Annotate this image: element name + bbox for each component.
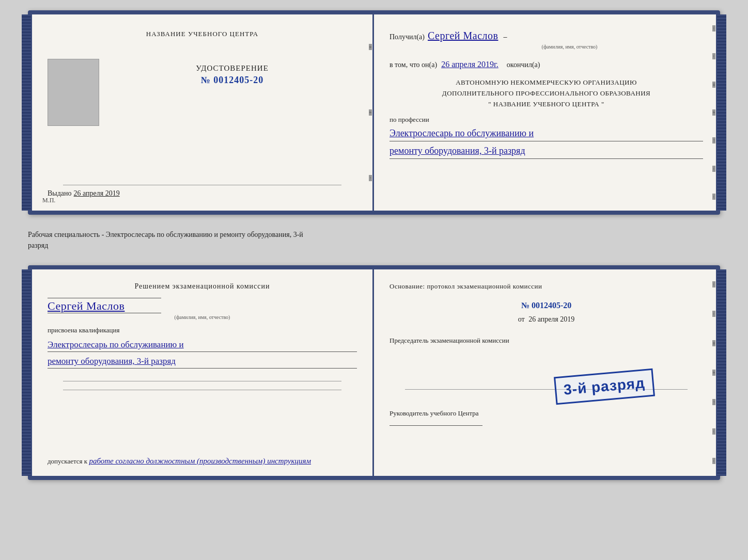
qualification-line1: Электрослесарь по обслуживанию и bbox=[48, 338, 357, 351]
edge-mark: а bbox=[369, 109, 372, 116]
vtom-row: в том, что он(а) 26 апреля 2019г. окончи… bbox=[389, 60, 703, 69]
org-name-top: НАЗВАНИЕ УЧЕБНОГО ЦЕНТРА bbox=[146, 30, 258, 38]
osnovanie-title: Основание: протокол экзаменационной коми… bbox=[389, 282, 703, 291]
dopuskaetsya-value: работе согласно должностным (производств… bbox=[89, 457, 311, 465]
org-line1: АВТОНОМНУЮ НЕКОММЕРЧЕСКУЮ ОРГАНИЗАЦИЮ bbox=[389, 77, 703, 88]
edge-mark: – bbox=[712, 166, 715, 172]
ot-label: от bbox=[518, 315, 525, 323]
org-line2: ДОПОЛНИТЕЛЬНОГО ПРОФЕССИОНАЛЬНОГО ОБРАЗО… bbox=[389, 88, 703, 99]
stamp: 3-й разряд bbox=[554, 369, 655, 405]
name-handwritten: Сергей Маслов bbox=[48, 299, 124, 312]
recipient-name: Сергей Маслов bbox=[428, 30, 498, 42]
edge-marks-right: – – и а ← – – bbox=[712, 14, 716, 211]
edge-mark: ← bbox=[712, 399, 715, 405]
profession-line1: Электрослесарь по обслуживанию и bbox=[389, 126, 703, 141]
page-right-1: Получил(а) Сергей Маслов – (фамилия, имя… bbox=[374, 14, 716, 211]
rukovoditel-block: Руководитель учебного Центра bbox=[389, 409, 703, 426]
vydano-date: 26 апреля 2019 bbox=[74, 189, 120, 198]
stamp-text: 3-й разряд bbox=[563, 375, 646, 398]
edge-mark: – bbox=[712, 458, 715, 464]
ot-line: от 26 апреля 2019 bbox=[389, 315, 703, 324]
ot-date: 26 апреля 2019 bbox=[528, 315, 574, 323]
name-block: Сергей Маслов (фамилия, имя, отчество) bbox=[48, 298, 357, 320]
edge-mark: а bbox=[712, 109, 715, 116]
photo-placeholder bbox=[48, 59, 99, 126]
dopuskaetsya-block: допускается к работе согласно должностны… bbox=[48, 457, 357, 466]
vtom-date: 26 апреля 2019г. bbox=[441, 60, 498, 69]
edge-mark: – bbox=[712, 281, 715, 287]
po-professii-label: по профессии bbox=[389, 116, 703, 124]
edge-mark: ← bbox=[369, 175, 372, 181]
edge-mark: а bbox=[712, 370, 715, 376]
page-left-2: Решением экзаменационной комиссии Сергей… bbox=[32, 269, 374, 476]
vydano-row: Выдано 26 апреля 2019 bbox=[48, 189, 357, 198]
fio-subtitle-2: (фамилия, имя, отчество) bbox=[48, 314, 357, 320]
edge-mark: – bbox=[712, 53, 715, 59]
page-right-2: Основание: протокол экзаменационной коми… bbox=[374, 269, 716, 476]
udostoverenie-title: УДОСТОВЕРЕНИЕ bbox=[196, 64, 269, 73]
org-block: АВТОНОМНУЮ НЕКОММЕРЧЕСКУЮ ОРГАНИЗАЦИЮ ДО… bbox=[389, 77, 703, 109]
prisvoena-label: присвоена квалификация bbox=[48, 326, 357, 334]
rukovoditel-label: Руководитель учебного Центра bbox=[389, 409, 479, 417]
edge-mark: – bbox=[712, 194, 715, 200]
qualification-line2: ремонту оборудования, 3-й разряд bbox=[48, 354, 357, 368]
dash: – bbox=[503, 33, 507, 41]
vtom-label: в том, что он(а) bbox=[389, 61, 437, 69]
predsedatel-block: Председатель экзаменационной комиссии bbox=[389, 337, 703, 345]
predsedatel-label: Председатель экзаменационной комиссии bbox=[389, 337, 509, 344]
edge-mark: – bbox=[712, 25, 715, 31]
edge-mark: ← bbox=[712, 137, 715, 143]
edge-mark: – bbox=[712, 428, 715, 435]
edge-mark: – bbox=[712, 311, 715, 317]
poluchil-label: Получил(а) bbox=[389, 33, 425, 41]
document-card-2: Решением экзаменационной комиссии Сергей… bbox=[28, 265, 720, 480]
page-left-1: НАЗВАНИЕ УЧЕБНОГО ЦЕНТРА УДОСТОВЕРЕНИЕ №… bbox=[32, 14, 374, 211]
edge-mark: и bbox=[712, 82, 715, 88]
separator-line2: разряд bbox=[28, 242, 48, 249]
udostoverenie-number: № 0012405-20 bbox=[201, 75, 264, 86]
edge-mark: и bbox=[369, 44, 372, 50]
edge-marks: и а ← bbox=[368, 14, 372, 211]
org-line3: " НАЗВАНИЕ УЧЕБНОГО ЦЕНТРА " bbox=[389, 99, 703, 110]
fio-subtitle: (фамилия, имя, отчество) bbox=[436, 44, 703, 50]
resheniem-title: Решением экзаменационной комиссии bbox=[48, 282, 357, 291]
okonchil-label: окончил(а) bbox=[507, 61, 540, 69]
document-card-1: НАЗВАНИЕ УЧЕБНОГО ЦЕНТРА УДОСТОВЕРЕНИЕ №… bbox=[28, 10, 720, 215]
mp-label: М.П. bbox=[42, 197, 55, 204]
profession-line2: ремонту оборудования, 3-й разряд bbox=[389, 143, 703, 158]
recipient-row: Получил(а) Сергей Маслов – bbox=[389, 30, 703, 42]
separator-text: Рабочая специальность - Электрослесарь п… bbox=[28, 225, 720, 255]
edge-mark: и bbox=[712, 340, 715, 346]
doc2-number: № 0012405-20 bbox=[389, 301, 703, 310]
dopuskaetsya-label: допускается к bbox=[48, 457, 87, 465]
separator-line1: Рабочая специальность - Электрослесарь п… bbox=[28, 231, 303, 238]
edge-marks-right2: – – и а ← – – bbox=[712, 269, 716, 476]
